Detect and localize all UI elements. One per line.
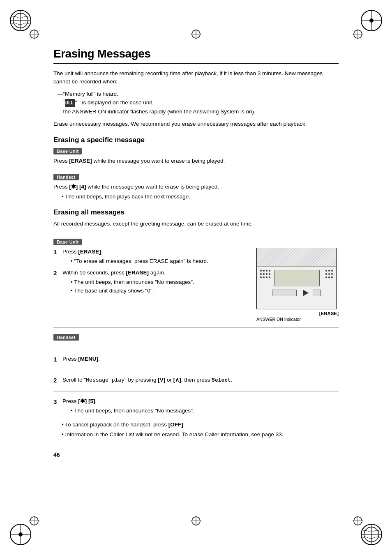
device-erase-label-bold: [ERASE] (319, 311, 339, 316)
divider-hs1 (53, 349, 339, 349)
device-body (257, 267, 336, 309)
section-erasing-specific: Erasing a specific message Base Unit Pre… (53, 136, 339, 201)
hs-step-num-1: 1 (53, 355, 60, 364)
step2-bullet1: The unit beeps, then announces "No messa… (67, 278, 248, 286)
handset-numbered-steps: 1 Press [MENU]. 2 Scroll to "Message pla… (53, 349, 339, 415)
heading-specific: Erasing a specific message (53, 136, 339, 144)
hs-step2-key1: [V] (158, 377, 165, 383)
hs-step-content-1: Press [MENU]. (62, 355, 339, 364)
erase-intro: Erase unnecessary messages. We recommend… (53, 120, 339, 128)
device-illustration-col: [ERASE] ANSWER ON Indicator (256, 248, 339, 322)
step-content-2: Within 10 seconds, press [ERASE] again. … (62, 269, 248, 295)
section-erasing-all: Erasing all messages All recorded messag… (53, 208, 339, 439)
device-button-left (272, 290, 297, 296)
footer-bullets: To cancel playback on the handset, press… (53, 421, 339, 439)
handset-step-2: 2 Scroll to "Message play" by pressing [… (53, 376, 339, 385)
base-erase-end: while the message you want to erase is b… (92, 158, 225, 164)
footer-bullet2: Information in the Caller List will not … (58, 431, 339, 439)
hs-step2-mono: Message play (86, 377, 125, 383)
step2-key: [ERASE] (126, 269, 149, 276)
device-answer-label: ANSWER ON Indicator (256, 317, 339, 322)
step-num-2: 2 (53, 269, 60, 295)
divider-hs2 (53, 370, 339, 370)
device-button-right (313, 290, 321, 296)
intro-dash3: —the ANSWER ON indicator flashes rapidly… (58, 107, 339, 116)
step2-bullet2: The base unit display shows "0". (67, 287, 248, 295)
step1-key: [ERASE] (78, 249, 101, 255)
intro-dash1: —“Memory full” is heard. (58, 90, 339, 99)
handset-section-all: Handset 1 Press [MENU]. 2 Scroll to "Mes… (53, 334, 339, 415)
base-all-two-col: 1 Press [ERASE]. "To erase all messages,… (53, 248, 339, 322)
intro-dash2-suffix: ” is displayed on the base unit. (78, 99, 153, 106)
step1-bullet1: "To erase all messages, press ERASE agai… (67, 257, 248, 265)
reg-mark-br (352, 515, 364, 527)
hs-step2-select: Select (212, 377, 231, 383)
divider-handset (53, 327, 339, 328)
base-step-1: 1 Press [ERASE]. "To erase all messages,… (53, 248, 248, 266)
hs-step3-key: [✱] [5] (78, 398, 95, 404)
handset-erase-key: [✱] [4] (69, 184, 86, 190)
handset-erase-text: Press [✱] [4] while the message you want… (53, 183, 339, 191)
hs-step-num-2: 2 (53, 376, 60, 385)
step-content-1: Press [ERASE]. "To erase all messages, p… (62, 248, 248, 266)
device-dots-right (325, 270, 333, 278)
hs-step2-key2: [∧] (173, 377, 181, 383)
badge-handset-all: Handset (53, 334, 79, 341)
step-num-1: 1 (53, 248, 60, 266)
reg-mark-tc (190, 28, 202, 40)
title-rule (53, 63, 339, 64)
page-title: Erasing Messages (53, 47, 339, 60)
hs-step3-bullet1: The unit beeps, then announces "No messa… (67, 407, 339, 415)
device-bottom-row (260, 290, 333, 296)
footer-bullet1: To cancel playback on the handset, press… (58, 421, 339, 429)
device-erase-label: [ERASE] (256, 311, 339, 316)
badge-base-all: Base Unit (53, 239, 82, 245)
base-erase-key: [ERASE] (69, 158, 92, 164)
reg-mark-tl (28, 28, 40, 40)
step1-text: Press [ERASE]. (62, 249, 103, 255)
device-screen (274, 270, 320, 286)
page-number: 46 (53, 451, 339, 458)
heading-all: Erasing all messages (53, 208, 339, 216)
handset-erase-end: while the message you want to erase is b… (86, 184, 219, 190)
hs-step-content-3: Press [✱] [5]. The unit beeps, then anno… (62, 397, 339, 415)
handset-specific-bullet1: The unit beeps, then plays back the next… (58, 193, 339, 201)
intro-para1: The unit will announce the remaining rec… (53, 69, 339, 86)
base-erase-text: Press [ERASE] while the message you want… (53, 157, 339, 165)
hs-step-num-3: 3 (53, 397, 60, 415)
all-intro-text: All recorded messages, except the greeti… (53, 220, 339, 228)
hs-step-content-2: Scroll to "Message play" by pressing [V]… (62, 376, 339, 385)
badge-base-specific: Base Unit (53, 148, 82, 154)
device-dots-left (260, 270, 270, 278)
full-badge: FULL (65, 99, 75, 107)
reg-mark-bl (28, 515, 40, 527)
divider-hs3 (53, 391, 339, 391)
device-hatch (257, 248, 336, 267)
reg-mark-bc (190, 515, 202, 527)
handset-step-3: 3 Press [✱] [5]. The unit beeps, then an… (53, 397, 339, 415)
hs-step1-key: [MENU] (78, 356, 98, 362)
badge-handset-specific: Handset (53, 174, 79, 180)
reg-mark-tr (352, 28, 364, 40)
device-illustration (256, 248, 337, 309)
base-all-left: 1 Press [ERASE]. "To erase all messages,… (53, 248, 248, 298)
handset-step-1: 1 Press [MENU]. (53, 355, 339, 364)
play-button-icon (303, 290, 309, 296)
base-step-2: 2 Within 10 seconds, press [ERASE] again… (53, 269, 248, 295)
step2-text: Within 10 seconds, press [ERASE] again. (62, 269, 166, 276)
intro-dash2: —"FULL" ” is displayed on the base unit. (58, 98, 339, 107)
